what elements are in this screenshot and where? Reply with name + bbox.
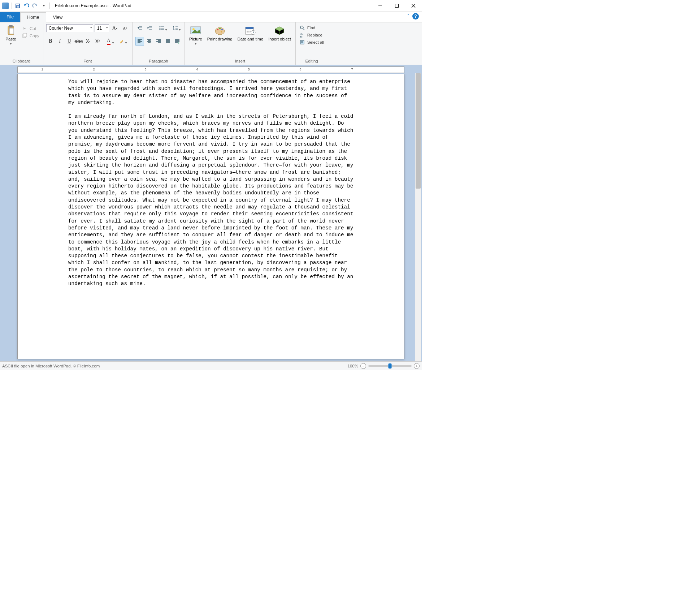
replace-icon: abac (299, 32, 305, 38)
align-justify-icon (165, 38, 171, 44)
align-center-button[interactable] (145, 37, 153, 46)
align-left-icon (137, 38, 143, 44)
vertical-scrollbar[interactable] (415, 73, 421, 361)
italic-button[interactable]: I (56, 37, 64, 46)
select-all-button[interactable]: Select all (299, 39, 325, 46)
qat-customize[interactable]: ▾ (40, 2, 48, 10)
strikethrough-button[interactable]: abc (74, 37, 83, 46)
save-button[interactable] (14, 2, 22, 10)
highlighter-icon (119, 38, 125, 44)
group-insert: Picture ▾ Paint drawing Date and time In… (185, 22, 296, 65)
svg-rect-8 (9, 25, 13, 27)
paragraph-icon (174, 38, 180, 44)
close-button[interactable] (405, 0, 422, 12)
align-left-button[interactable] (135, 37, 144, 46)
object-icon (274, 25, 285, 36)
svg-text:ab: ab (300, 33, 303, 35)
svg-point-13 (159, 28, 160, 29)
decrease-indent-button[interactable] (135, 24, 144, 33)
bold-button[interactable]: B (46, 37, 55, 46)
ruler[interactable]: 1 2 3 4 5 6 7 (17, 66, 404, 73)
svg-point-21 (221, 31, 222, 33)
copy-button[interactable]: Copy (21, 33, 40, 39)
tab-home[interactable]: Home (20, 12, 46, 22)
close-icon (411, 4, 416, 8)
minimize-button[interactable] (372, 0, 389, 12)
svg-point-25 (300, 26, 303, 29)
superscript-button[interactable]: X² (93, 37, 102, 46)
paint-button[interactable]: Paint drawing (206, 24, 234, 42)
svg-rect-9 (9, 28, 14, 34)
datetime-icon (244, 25, 256, 36)
tab-view[interactable]: View (46, 12, 70, 22)
font-family-select[interactable]: Courier New▾ (46, 24, 93, 32)
svg-rect-4 (395, 4, 399, 7)
redo-icon (32, 3, 38, 9)
document-paragraph-2[interactable]: I am already far north of London, and as… (68, 113, 353, 287)
highlight-button[interactable] (116, 37, 128, 46)
group-label-clipboard: Clipboard (3, 58, 40, 64)
paragraph-dialog-button[interactable] (173, 37, 182, 46)
underline-button[interactable]: U (65, 37, 74, 46)
save-icon (15, 3, 21, 9)
zoom-out-button[interactable]: − (360, 363, 366, 369)
statusbar: ASCII file open in Microsoft WordPad. © … (0, 361, 422, 370)
group-label-font: Font (46, 58, 129, 64)
grow-font-button[interactable]: A▴ (110, 24, 119, 33)
font-color-button[interactable]: A (103, 37, 115, 46)
align-justify-button[interactable] (164, 37, 172, 46)
svg-rect-11 (24, 33, 27, 37)
line-spacing-icon (173, 25, 178, 31)
align-right-button[interactable] (154, 37, 163, 46)
zoom-slider[interactable] (368, 365, 412, 367)
group-label-insert: Insert (188, 58, 292, 64)
chevron-down-icon: ▾ (106, 26, 108, 29)
scrollbar-thumb[interactable] (416, 73, 421, 189)
picture-button[interactable]: Picture ▾ (188, 24, 204, 46)
document-paragraph-1[interactable]: You will rejoice to hear that no disaste… (68, 78, 353, 106)
group-label-editing: Editing (299, 58, 325, 64)
shrink-font-button[interactable]: A▾ (121, 24, 129, 33)
titlebar: ▾ FileInfo.com Example.ascii - WordPad (0, 0, 422, 12)
indent-icon (147, 25, 153, 31)
group-editing: Find abac Replace Select all Editing (296, 22, 328, 65)
help-button[interactable]: ? (412, 13, 419, 20)
maximize-icon (395, 4, 399, 8)
ribbon-tabs: File Home View ˄ ? (0, 12, 422, 22)
replace-button[interactable]: abac Replace (299, 32, 325, 38)
find-icon (299, 25, 305, 31)
bullets-icon (159, 25, 165, 31)
paint-icon (214, 25, 226, 36)
document-page[interactable]: You will rejoice to hear that no disaste… (17, 74, 404, 359)
svg-point-20 (221, 29, 223, 30)
tab-file[interactable]: File (0, 12, 20, 22)
svg-text:ac: ac (300, 35, 303, 38)
minimize-icon (378, 4, 382, 8)
select-all-icon (299, 39, 305, 45)
font-size-select[interactable]: 11▾ (95, 24, 109, 32)
group-font: Courier New▾ 11▾ A▴ A▾ B I U abc X₂ X² A… (43, 22, 133, 65)
insert-object-button[interactable]: Insert object (267, 24, 292, 42)
group-paragraph: Paragraph (133, 22, 185, 65)
subscript-button[interactable]: X₂ (84, 37, 92, 46)
collapse-ribbon-icon[interactable]: ˄ (407, 13, 409, 19)
list-button[interactable] (156, 24, 168, 33)
find-button[interactable]: Find (299, 25, 325, 31)
maximize-button[interactable] (389, 0, 405, 12)
svg-point-19 (219, 28, 221, 29)
redo-button[interactable] (31, 2, 39, 10)
zoom-in-button[interactable]: + (414, 363, 420, 369)
cut-button[interactable]: ✂ Cut (21, 25, 40, 32)
datetime-button[interactable]: Date and time (236, 24, 265, 42)
align-right-icon (156, 38, 161, 44)
increase-indent-button[interactable] (146, 24, 154, 33)
window-title: FileInfo.com Example.ascii - WordPad (55, 3, 372, 8)
svg-rect-23 (246, 27, 253, 29)
zoom-slider-thumb[interactable] (389, 363, 392, 369)
line-spacing-button[interactable] (169, 24, 182, 33)
paste-button[interactable]: Paste ▾ (3, 24, 19, 46)
svg-point-14 (159, 29, 160, 30)
undo-button[interactable] (22, 2, 30, 10)
align-center-icon (146, 38, 152, 44)
svg-line-26 (303, 29, 304, 30)
